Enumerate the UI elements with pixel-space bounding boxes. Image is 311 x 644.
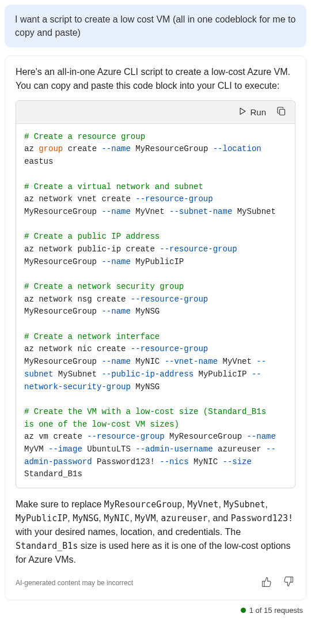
run-button[interactable]: Run [238, 107, 266, 117]
code-toolbar: Run [16, 101, 295, 124]
disclaimer-text: AI-generated content may be incorrect [16, 579, 133, 587]
thumbs-down-icon [283, 581, 294, 589]
status-dot-icon [241, 608, 246, 613]
response-intro: Here's an all-in-one Azure CLI script to… [16, 65, 295, 92]
svg-rect-0 [280, 109, 285, 115]
play-icon [238, 107, 246, 117]
feedback-buttons [260, 575, 295, 590]
copy-button[interactable] [275, 105, 288, 119]
thumbs-up-button[interactable] [260, 575, 274, 590]
run-label: Run [250, 107, 266, 117]
thumbs-down-button[interactable] [282, 575, 295, 590]
code-content[interactable]: # Create a resource groupaz group create… [16, 124, 295, 488]
copy-icon [276, 110, 287, 118]
thumbs-up-icon [261, 581, 272, 589]
response-outro: Make sure to replace MyResourceGroup, My… [16, 498, 295, 567]
requests-text: 1 of 15 requests [249, 606, 303, 615]
user-message: I want a script to create a low cost VM … [5, 5, 306, 47]
footer: AI-generated content may be incorrect [16, 575, 295, 590]
assistant-response-card: Here's an all-in-one Azure CLI script to… [5, 55, 306, 600]
svg-rect-2 [291, 577, 293, 582]
requests-status: 1 of 15 requests [5, 606, 306, 615]
svg-rect-1 [263, 581, 264, 586]
code-block: Run # Create a resource groupaz group cr… [16, 100, 295, 488]
